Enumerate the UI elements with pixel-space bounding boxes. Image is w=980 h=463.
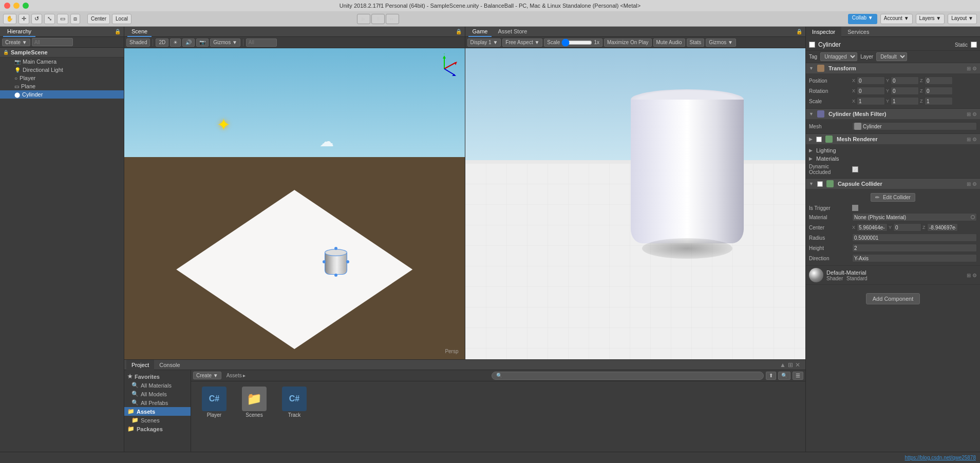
rotation-x-input[interactable] <box>857 87 885 95</box>
edit-collider-btn[interactable]: ✏ Edit Collider <box>871 193 915 202</box>
add-component-btn[interactable]: Add Component <box>866 293 920 304</box>
account-button[interactable]: Account ▼ <box>880 14 913 24</box>
position-z-input[interactable] <box>925 76 953 85</box>
transform-tool-btn[interactable]: ⧈ <box>70 14 80 24</box>
bottom-collapse-btn[interactable]: ▲ <box>780 361 786 369</box>
move-tool-btn[interactable]: ✛ <box>18 14 29 24</box>
lighting-btn[interactable]: ☀ <box>170 38 181 47</box>
local-btn[interactable]: Local <box>112 14 131 24</box>
services-tab[interactable]: Services <box>841 27 875 37</box>
center-x-input[interactable] <box>857 223 888 232</box>
static-checkbox[interactable] <box>971 42 977 48</box>
hierarchy-item-directional-light[interactable]: 💡 Directional Light <box>0 66 124 74</box>
rect-tool-btn[interactable]: ▭ <box>57 14 68 24</box>
play-button[interactable]: ▶ <box>357 14 370 24</box>
center-y-input[interactable] <box>893 223 921 232</box>
direction-field[interactable]: Y-Axis <box>852 254 977 262</box>
gear-icon4[interactable]: ⚙ <box>972 181 977 187</box>
packages-folder[interactable]: 📁 Packages <box>124 425 191 433</box>
position-y-input[interactable] <box>891 76 919 85</box>
scale-x-input[interactable] <box>857 97 885 105</box>
capsule-collider-checkbox[interactable] <box>817 181 823 187</box>
asset-scenes[interactable]: 📁 Scenes <box>236 387 272 418</box>
layer-dropdown[interactable]: Default <box>876 52 907 61</box>
layers-button[interactable]: Layers ▼ <box>916 14 945 24</box>
project-create-btn[interactable]: Create ▼ <box>193 372 221 379</box>
position-x-input[interactable] <box>857 76 885 85</box>
material-field[interactable]: None (Physic Material) <box>852 213 977 221</box>
expand-icon5[interactable]: ⊞ <box>967 273 971 278</box>
hierarchy-search-input[interactable] <box>32 38 73 46</box>
scene-lock-btn[interactable]: 🔒 <box>456 29 462 34</box>
scale-z-input[interactable] <box>925 97 953 105</box>
console-tab[interactable]: Console <box>154 360 185 370</box>
collab-button[interactable]: Collab ▼ <box>848 14 877 24</box>
scale-tool-btn[interactable]: ⤡ <box>44 14 55 24</box>
lighting-row[interactable]: ▶ Lighting <box>809 146 977 155</box>
hierarchy-create-btn[interactable]: Create ▼ <box>2 38 30 46</box>
mesh-renderer-checkbox[interactable] <box>816 137 822 142</box>
scale-y-input[interactable] <box>891 97 919 105</box>
rotation-y-input[interactable] <box>891 87 919 95</box>
project-nav-search[interactable]: 🔍 <box>778 372 790 380</box>
height-input[interactable] <box>852 244 977 252</box>
scene-search-input[interactable] <box>246 38 277 47</box>
mesh-renderer-header[interactable]: ▶ Mesh Renderer ⊞ ⚙ <box>806 134 980 144</box>
game-gizmos-btn[interactable]: Gizmos ▼ <box>706 38 736 47</box>
hand-tool-btn[interactable]: ✋ <box>3 14 16 24</box>
inspector-tab[interactable]: Inspector <box>806 27 841 37</box>
rotation-z-input[interactable] <box>925 87 953 95</box>
gear-icon5[interactable]: ⚙ <box>972 273 977 278</box>
aspect-btn[interactable]: Free Aspect ▼ <box>502 38 542 47</box>
object-active-checkbox[interactable] <box>809 42 815 48</box>
scenes-item[interactable]: 📁 Scenes <box>124 416 191 425</box>
mesh-filter-header[interactable]: ▼ Cylinder (Mesh Filter) ⊞ ⚙ <box>806 109 980 119</box>
gizmos-btn[interactable]: Gizmos ▼ <box>210 38 240 47</box>
expand-icon[interactable]: ⊞ <box>967 66 971 71</box>
asset-store-tab[interactable]: Asset Store <box>494 27 531 37</box>
hierarchy-item-player[interactable]: ○ Player <box>0 74 124 82</box>
2d-btn[interactable]: 2D <box>156 38 168 47</box>
center-btn[interactable]: Center <box>87 14 110 24</box>
expand-icon3[interactable]: ⊞ <box>967 137 971 142</box>
status-url[interactable]: https://blog.csdn.net/qwe25878 <box>905 455 976 460</box>
project-nav-up[interactable]: ⬆ <box>766 372 776 380</box>
shading-mode-btn[interactable]: Shaded <box>126 38 150 47</box>
transform-header[interactable]: ▼ Transform ⊞ ⚙ <box>806 63 980 73</box>
assets-folder[interactable]: 📁 Assets <box>124 407 191 416</box>
maximize-button[interactable] <box>23 3 29 9</box>
project-search-input[interactable] <box>492 372 764 380</box>
capsule-collider-header[interactable]: ▼ Capsule Collider ⊞ ⚙ <box>806 179 980 189</box>
all-prefabs-item[interactable]: 🔍 All Prefabs <box>124 398 191 407</box>
hierarchy-item-cylinder[interactable]: ⬤ Cylinder <box>0 90 124 99</box>
expand-icon4[interactable]: ⊞ <box>967 181 971 187</box>
display-btn[interactable]: Display 1 ▼ <box>467 38 501 47</box>
tag-dropdown[interactable]: Untagged <box>820 52 857 61</box>
project-tab[interactable]: Project <box>126 360 154 370</box>
favorites-folder[interactable]: ★ Favorites <box>124 372 191 381</box>
stats-btn[interactable]: Stats <box>687 38 705 47</box>
hierarchy-tab[interactable]: Hierarchy <box>3 27 35 37</box>
rotate-tool-btn[interactable]: ↺ <box>31 14 42 24</box>
materials-row[interactable]: ▶ Materials <box>809 155 977 163</box>
scene-tab[interactable]: Scene <box>127 27 152 37</box>
fx-btn[interactable]: 📷 <box>196 38 209 47</box>
is-trigger-checkbox[interactable] <box>852 205 858 211</box>
mesh-value-field[interactable]: Cylinder <box>852 122 977 130</box>
scale-slider[interactable] <box>561 40 592 45</box>
gear-icon3[interactable]: ⚙ <box>972 137 977 142</box>
hierarchy-item-plane[interactable]: ▭ Plane <box>0 82 124 90</box>
maximize-btn[interactable]: Maximize On Play <box>604 38 652 47</box>
expand-icon2[interactable]: ⊞ <box>967 111 971 117</box>
dynamic-occluded-checkbox[interactable]: ✓ <box>852 166 858 172</box>
all-models-item[interactable]: 🔍 All Models <box>124 390 191 398</box>
bottom-close-btn[interactable]: ✕ <box>795 361 800 369</box>
all-materials-item[interactable]: 🔍 All Materials <box>124 381 191 390</box>
pause-button[interactable]: ⏸ <box>371 14 385 24</box>
step-button[interactable]: ⏭ <box>386 14 399 24</box>
bottom-options-btn[interactable]: ⊞ <box>788 361 793 369</box>
asset-player[interactable]: C# Player <box>196 387 232 418</box>
game-tab[interactable]: Game <box>468 27 492 37</box>
asset-track[interactable]: C# Track <box>276 387 312 418</box>
game-lock-btn[interactable]: 🔒 <box>796 29 802 34</box>
